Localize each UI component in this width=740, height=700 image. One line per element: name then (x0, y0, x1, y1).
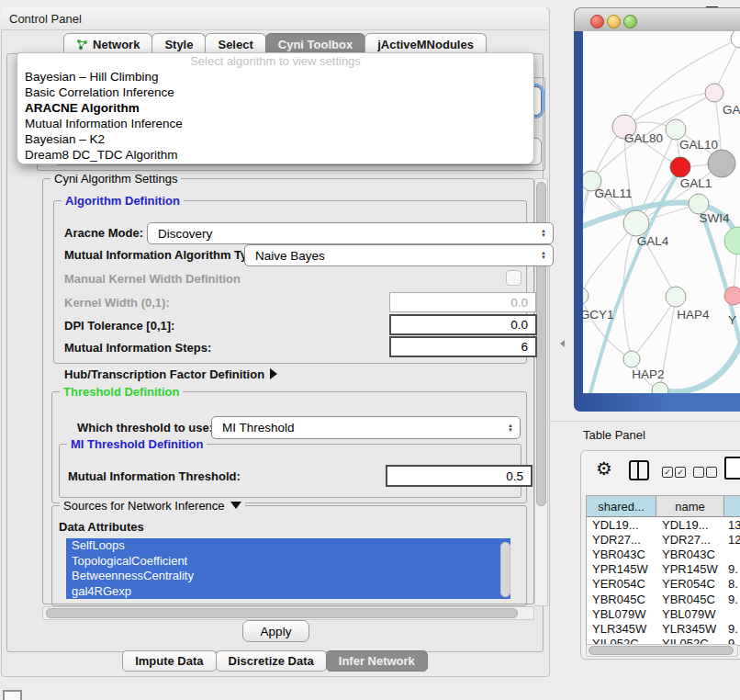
table-cell: YDL19... (656, 518, 724, 532)
manual-kernel-checkbox[interactable] (506, 270, 521, 286)
collapsed-arrow-icon (270, 368, 277, 379)
table-row[interactable]: YBL079WYBL079W (587, 606, 740, 621)
column-header[interactable] (724, 496, 740, 516)
data-attribute-item[interactable]: BetweennessCentrality (66, 569, 510, 584)
algorithm-option[interactable]: Mutual Information Inference (17, 116, 533, 131)
algorithm-option[interactable]: Bayesian – Hill Climbing (17, 69, 533, 85)
data-attributes-list[interactable]: SelfLoopsTopologicalCoefficientBetweenne… (66, 538, 510, 599)
splitter-collapse-handle[interactable] (560, 340, 565, 347)
network-edge (632, 297, 676, 359)
algorithm-option[interactable]: Bayesian – K2 (17, 131, 533, 147)
network-node-gal-top[interactable] (705, 84, 723, 102)
scrollbar-thumb[interactable] (46, 608, 518, 618)
document-icon[interactable] (724, 457, 740, 480)
apply-button[interactable]: Apply (242, 620, 309, 642)
dpi-tolerance-label: DPI Tolerance [0,1]: (64, 319, 174, 333)
table-cell: 9. (724, 593, 740, 606)
close-traffic-light[interactable] (590, 15, 604, 28)
node-label: GAL10 (679, 138, 718, 152)
kernel-width-field[interactable]: 0.0 (389, 292, 536, 312)
bottom-tabs: Impute Data Discretize Data Infer Networ… (1, 650, 548, 671)
tab-impute-data[interactable]: Impute Data (122, 650, 216, 672)
network-window-titlebar[interactable] (574, 7, 740, 33)
network-node-gal4[interactable] (623, 210, 649, 236)
dpi-tolerance-field[interactable]: 0.0 (389, 314, 537, 335)
table-cell: YLR345W (656, 622, 724, 636)
network-edge (583, 296, 632, 359)
list-scrollbar[interactable] (500, 542, 510, 597)
settings-horizontal-scrollbar[interactable] (42, 606, 534, 620)
zoom-traffic-light[interactable] (623, 15, 637, 28)
kernel-width-label: Kernel Width (0,1): (64, 296, 170, 310)
network-edge (583, 223, 636, 296)
unchecked-checkbox-icon[interactable] (706, 467, 717, 478)
table-cell: 13 (724, 518, 740, 532)
which-threshold-label: Which threshold to use: (77, 421, 213, 435)
network-node-gray-node[interactable] (708, 150, 735, 177)
network-view-canvas[interactable]: GALGAL80GAL10GAL1GAL11SWI4GAL4GCY1HAP4YH… (583, 31, 740, 393)
aracne-mode-combobox[interactable]: Discovery ▲▼ (147, 222, 554, 244)
tab-cyni-toolbox[interactable]: Cyni Toolbox (265, 33, 365, 54)
data-attribute-item[interactable]: TopologicalCoefficient (66, 554, 510, 570)
table-cell: YDL19... (587, 518, 656, 532)
which-threshold-combobox[interactable]: MI Threshold ▲▼ (211, 416, 521, 439)
hub-definition-toggle[interactable]: Hub/Transcription Factor Definition (64, 367, 277, 381)
mi-steps-field[interactable]: 6 (389, 336, 537, 357)
columns-icon[interactable] (629, 460, 649, 480)
mi-steps-label: Mutual Information Steps: (64, 341, 211, 355)
table-header-row: shared...name (587, 496, 740, 517)
unchecked-checkbox-icon[interactable] (693, 467, 704, 478)
tab-discretize-data[interactable]: Discretize Data (216, 650, 327, 672)
algorithm-option[interactable]: Dream8 DC_TDC Algorithm (17, 147, 533, 163)
mi-type-combobox[interactable]: Naive Bayes ▲▼ (244, 244, 554, 266)
network-node-green-big[interactable] (724, 227, 740, 254)
collapsed-panel-icon[interactable] (3, 690, 22, 700)
scrollbar-thumb[interactable] (589, 646, 734, 655)
field-value: 6 (521, 340, 528, 354)
network-node-hap2[interactable] (623, 351, 640, 367)
table-cell: YBR045C (656, 593, 724, 606)
tab-style[interactable]: Style (151, 33, 206, 54)
algorithm-option[interactable]: Basic Correlation Inference (17, 85, 533, 100)
sources-title: Sources for Network Inference (63, 499, 225, 513)
table-row[interactable]: YER054CYER054C8. (587, 577, 740, 592)
table-row[interactable]: YBR043CYBR043C (587, 547, 740, 561)
group-title: MI Threshold Definition (67, 437, 207, 451)
network-node-pink-right[interactable] (724, 287, 740, 305)
minimize-traffic-light[interactable] (607, 15, 621, 28)
table-row[interactable]: YBR045CYBR045C9. (587, 592, 740, 606)
node-label: HAP4 (677, 308, 710, 322)
table-row[interactable]: YPR145WYPR145W9. (587, 562, 740, 577)
network-node-gcy1[interactable] (583, 288, 589, 304)
checked-checkbox-icon[interactable]: ✓ (662, 467, 673, 478)
tab-jactivemnodules[interactable]: jActiveMNodules (364, 33, 487, 54)
table-row[interactable]: YDR27...YDR27...12 (587, 532, 740, 547)
network-node-hap4[interactable] (666, 287, 686, 307)
network-node-bottom-partial[interactable] (652, 382, 668, 393)
network-node-top-partial[interactable] (731, 31, 740, 48)
control-panel-titlebar: Control Panel (1, 7, 548, 30)
table-toolbar: ⚙ ✓ ✓ (581, 451, 740, 491)
control-panel-tabs: Network Style Select Cyni Toolbox jActiv… (1, 33, 548, 54)
column-header[interactable]: shared... (587, 496, 656, 516)
mi-threshold-label: Mutual Information Threshold: (68, 469, 241, 483)
table-row[interactable]: YDL19...YDL19...13 (587, 517, 740, 532)
algorithm-option[interactable]: ARACNE Algorithm (17, 100, 533, 116)
checked-checkbox-icon[interactable]: ✓ (675, 467, 686, 478)
tab-select[interactable]: Select (205, 33, 265, 54)
column-header[interactable]: name (656, 496, 724, 516)
tab-network[interactable]: Network (63, 33, 152, 54)
table-horizontal-scrollbar[interactable] (586, 644, 738, 657)
data-attribute-item[interactable]: SelfLoops (66, 538, 510, 554)
data-attribute-item[interactable]: gal4RGexp (66, 584, 510, 600)
gear-icon[interactable]: ⚙ (596, 457, 612, 480)
network-node-gal1[interactable] (670, 157, 690, 177)
mi-threshold-field[interactable]: 0.5 (386, 465, 533, 487)
tab-infer-network[interactable]: Infer Network (326, 650, 428, 672)
group-title: Cyni Algorithm Settings (50, 172, 181, 186)
network-graph: GALGAL80GAL10GAL1GAL11SWI4GAL4GCY1HAP4YH… (583, 31, 740, 393)
network-node-gal10[interactable] (666, 119, 686, 140)
screen: Control Panel ✕ Network Style Select Cyn… (0, 0, 740, 700)
node-label: HAP2 (632, 367, 664, 381)
table-row[interactable]: YLR345WYLR345W9. (587, 621, 740, 636)
